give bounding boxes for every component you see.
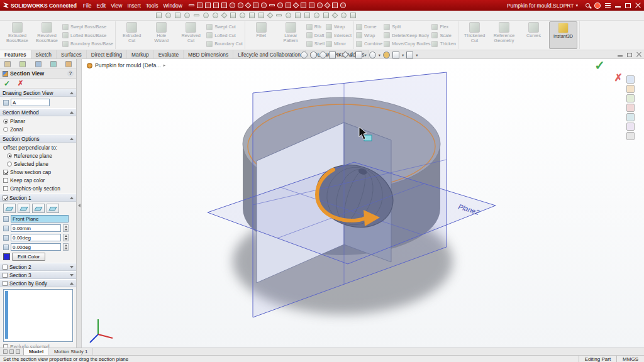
y-rotation-input[interactable] <box>11 243 61 251</box>
bodies-listbox[interactable] <box>3 289 73 342</box>
apply-scene-caret[interactable]: ▾ <box>402 52 404 58</box>
ribbon-button-revolved-cut[interactable]: Revolved Cut <box>177 21 205 49</box>
featuremanager-tree-tab[interactable] <box>0 59 15 69</box>
view-orientation-caret[interactable]: ▾ <box>350 52 352 58</box>
previous-view-icon[interactable] <box>319 52 326 58</box>
apply-scene-icon[interactable] <box>392 52 399 58</box>
maximize-button[interactable] <box>625 3 631 8</box>
ribbon-button-dome[interactable]: Dome <box>356 23 382 31</box>
arc-tool-icon[interactable] <box>203 13 209 18</box>
ribbon-button-reference-geometry[interactable]: Reference Geometry <box>490 21 518 49</box>
pattern-icon[interactable] <box>309 3 314 8</box>
tab-mbd-dimensions[interactable]: MBD Dimensions <box>184 50 233 58</box>
measure-icon[interactable] <box>324 3 330 9</box>
ribbon-button-extruded-boss-base[interactable]: Extruded Boss/Base <box>3 21 31 49</box>
home-tab-icon[interactable] <box>626 75 635 84</box>
doc-restore-icon[interactable] <box>627 53 632 57</box>
check-keep-cap-color[interactable]: Keep cap color <box>3 177 73 184</box>
group-section-3[interactable]: Section 3 <box>0 271 76 279</box>
tab-motion-study-1[interactable]: Motion Study 1 <box>49 348 93 355</box>
surface-tool-icon[interactable] <box>323 13 329 18</box>
minimize-button[interactable] <box>615 3 621 8</box>
group-section-method[interactable]: Section Method <box>0 108 76 116</box>
tab-evaluate[interactable]: Evaluate <box>154 50 184 58</box>
ribbon-button-shell[interactable]: Shell <box>306 40 325 48</box>
ribbon-button-move-copy-bodies[interactable]: Move/Copy Bodies <box>384 40 430 48</box>
mirror-icon[interactable] <box>301 3 306 8</box>
ribbon-button-revolved-boss-base[interactable]: Revolved Boss/Base <box>33 21 61 49</box>
ribbon-button-linear-pattern[interactable]: Linear Pattern <box>277 21 305 49</box>
fillet-icon[interactable] <box>317 3 323 8</box>
x-rotation-stepper[interactable] <box>63 234 69 241</box>
text-tool-icon[interactable] <box>295 13 301 18</box>
select-icon[interactable] <box>245 3 251 9</box>
appearances-icon[interactable] <box>626 104 635 112</box>
select-tool-icon[interactable] <box>156 13 162 18</box>
circle-icon[interactable] <box>277 3 283 8</box>
file-explorer-icon[interactable] <box>626 94 635 102</box>
ribbon-button-draft[interactable]: Draft <box>306 31 325 40</box>
offset-distance-stepper[interactable] <box>63 224 69 232</box>
ribbon-button-mirror[interactable]: Mirror <box>326 40 352 48</box>
dimxpertmanager-tab[interactable] <box>46 59 61 69</box>
ribbon-button-combine[interactable]: Combine <box>356 40 382 48</box>
zoom-fit-icon[interactable] <box>301 52 308 58</box>
ribbon-button-intersect[interactable]: Intersect <box>326 31 352 40</box>
tab-lifecycle-and-collaboration[interactable]: Lifecycle and Collaboration <box>233 50 306 58</box>
ribbon-button-curves[interactable]: Curves <box>519 21 548 49</box>
undo-icon[interactable] <box>230 3 235 8</box>
scenes-icon[interactable] <box>626 113 635 121</box>
view-orientation-icon[interactable] <box>340 3 346 8</box>
document-switch-caret-icon[interactable]: ▾ <box>575 3 578 8</box>
cancel-button[interactable]: ✗ <box>18 80 23 87</box>
ribbon-button-lofted-boss-base[interactable]: Lofted Boss/Base <box>62 31 113 40</box>
tab-model[interactable]: Model <box>23 348 49 355</box>
redo-icon[interactable] <box>238 3 243 8</box>
doc-close-icon[interactable] <box>636 53 641 57</box>
check-show-section-cap[interactable]: Show section cap <box>3 169 73 175</box>
ribbon-button-wrap[interactable]: Wrap <box>326 23 352 31</box>
new-document-icon[interactable] <box>197 3 203 8</box>
group-section-1[interactable]: Section 1 <box>0 194 76 202</box>
section-view-icon[interactable] <box>329 52 336 58</box>
close-button[interactable] <box>635 3 641 8</box>
breadcrumb-expand-icon[interactable]: ▸ <box>164 63 166 68</box>
evaluate-tool-icon[interactable] <box>332 13 338 19</box>
radio-planar[interactable]: Planar <box>3 118 73 124</box>
group-section-options[interactable]: Section Options <box>0 134 76 143</box>
configurationmanager-tab[interactable] <box>30 59 45 69</box>
rectangle-icon[interactable] <box>286 3 291 8</box>
window-split-controls[interactable] <box>0 348 23 355</box>
edit-color-button[interactable]: Edit Color <box>12 253 45 261</box>
display-style-icon[interactable] <box>355 52 362 58</box>
trim-entities-icon[interactable] <box>230 13 236 18</box>
tab-sketch[interactable]: Sketch <box>31 50 57 58</box>
ribbon-button-extruded-cut[interactable]: Extruded Cut <box>118 21 146 49</box>
group-drawing-section-view[interactable]: Drawing Section View <box>0 89 76 97</box>
save-icon[interactable] <box>213 3 219 8</box>
point-tool-icon[interactable] <box>286 13 291 18</box>
custom-properties-icon[interactable] <box>626 123 635 131</box>
graphics-viewport[interactable]: Plane2 Pumpkin for mould (Defa... ▸ ✓ ✗ <box>82 59 644 348</box>
smart-dimension-icon[interactable] <box>261 3 267 8</box>
right-plane-button[interactable] <box>32 204 45 213</box>
tab-features[interactable]: Features <box>0 50 31 58</box>
offset-distance-input[interactable] <box>11 224 61 232</box>
ribbon-button-rib[interactable]: Rib <box>306 23 325 31</box>
mirror-entities-icon[interactable] <box>249 13 255 18</box>
ribbon-button-split[interactable]: Split <box>384 23 430 31</box>
radio-selected-plane[interactable]: Selected plane <box>3 161 73 167</box>
offset-entities-icon[interactable] <box>240 13 245 18</box>
search-icon[interactable] <box>586 3 590 8</box>
section3-checkbox[interactable] <box>3 273 8 278</box>
edit-appearance-icon[interactable] <box>383 52 390 58</box>
ribbon-button-swept-boss-base[interactable]: Swept Boss/Base <box>62 23 113 31</box>
section-color-swatch[interactable] <box>3 253 10 260</box>
appearance-tool-icon[interactable] <box>341 13 347 18</box>
front-plane-button[interactable] <box>3 204 16 213</box>
lasso-icon[interactable] <box>165 13 171 18</box>
ribbon-button-fillet[interactable]: Fillet <box>247 21 275 49</box>
ribbon-button-boundary-cut[interactable]: Boundary Cut <box>206 40 243 48</box>
section-icon[interactable] <box>332 3 338 8</box>
panel-collapse-strip[interactable] <box>77 59 82 348</box>
